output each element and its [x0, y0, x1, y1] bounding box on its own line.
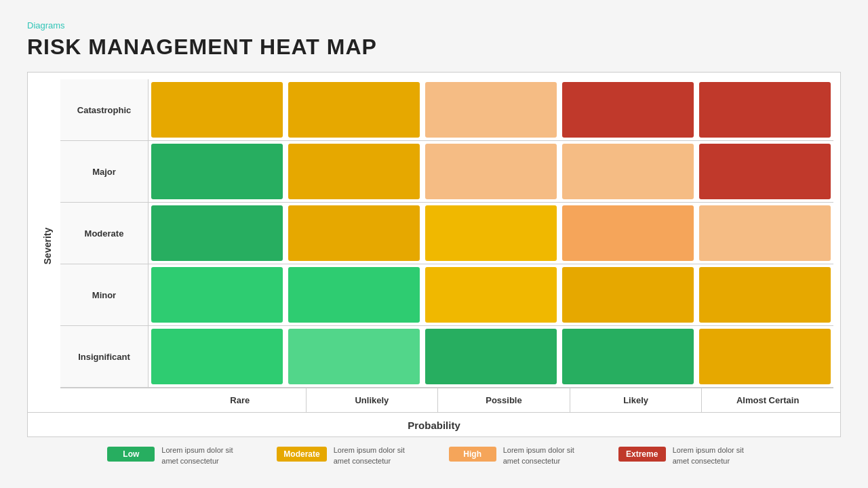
legend: LowLorem ipsum dolor sit amet consectetu… [27, 437, 841, 474]
heat-cell [562, 144, 694, 199]
severity-axis-label: Severity [35, 79, 60, 412]
row-cells [149, 79, 833, 140]
row-cells [149, 141, 833, 202]
heat-cell [288, 329, 420, 384]
heat-cell [699, 329, 831, 384]
grid-rows: CatastrophicMajorModerateMinorInsignific… [60, 79, 833, 388]
heat-cell [562, 205, 694, 261]
legend-badge: High [449, 447, 496, 462]
legend-description: Lorem ipsum dolor sit amet consectetur [161, 445, 250, 466]
legend-item: ModerateLorem ipsum dolor sit amet conse… [277, 445, 421, 466]
chart-container: Severity CatastrophicMajorModerateMinorI… [27, 72, 841, 437]
legend-item: ExtremeLorem ipsum dolor sit amet consec… [618, 445, 761, 466]
legend-badge: Extreme [618, 447, 666, 462]
row-label: Minor [60, 264, 149, 325]
col-headers: RareUnlikelyPossibleLikelyAlmost Certain [174, 388, 833, 412]
row-label: Major [60, 141, 149, 202]
col-header: Possible [438, 388, 570, 412]
heat-cell [151, 144, 283, 199]
row-cells [149, 203, 833, 264]
legend-description: Lorem ipsum dolor sit amet consectetur [503, 445, 591, 466]
heat-cell [425, 267, 557, 323]
heat-cell [151, 267, 283, 323]
heat-cell [425, 329, 557, 384]
grid-section: CatastrophicMajorModerateMinorInsignific… [60, 79, 833, 412]
col-header: Likely [570, 388, 703, 412]
heat-cell [151, 329, 283, 384]
legend-description: Lorem ipsum dolor sit amet consectetur [334, 445, 422, 466]
row-cells [149, 326, 833, 387]
legend-description: Lorem ipsum dolor sit amet consectetur [673, 445, 761, 466]
row-label: Catastrophic [60, 79, 149, 140]
grid-row: Minor [60, 264, 833, 326]
col-header: Rare [174, 388, 307, 412]
heat-cell [562, 329, 694, 384]
breadcrumb: Diagrams [27, 20, 841, 30]
row-label: Moderate [60, 203, 149, 264]
col-header: Almost Certain [702, 388, 833, 412]
matrix-area: Severity CatastrophicMajorModerateMinorI… [28, 73, 840, 412]
legend-badge: Low [107, 447, 155, 462]
col-header: Unlikely [307, 388, 439, 412]
grid-row: Catastrophic [60, 79, 833, 141]
col-headers-row: RareUnlikelyPossibleLikelyAlmost Certain [60, 388, 833, 412]
page-title: RISK MANAGEMENT HEAT MAP [27, 35, 841, 60]
legend-item: HighLorem ipsum dolor sit amet consectet… [449, 445, 591, 466]
heat-cell [699, 267, 831, 323]
heat-cell [699, 205, 831, 261]
row-label: Insignificant [60, 326, 149, 387]
row-cells [149, 264, 833, 325]
grid-row: Major [60, 141, 833, 203]
heat-cell [425, 144, 557, 199]
heat-cell [288, 205, 420, 261]
heat-cell [151, 82, 283, 138]
legend-badge: Moderate [277, 447, 326, 462]
heat-cell [425, 205, 557, 261]
heat-cell [562, 82, 694, 138]
grid-row: Insignificant [60, 326, 833, 388]
heat-cell [425, 82, 557, 138]
grid-row: Moderate [60, 203, 833, 264]
heat-cell [151, 205, 283, 261]
heat-cell [288, 267, 420, 323]
heat-cell [288, 144, 420, 199]
legend-item: LowLorem ipsum dolor sit amet consectetu… [107, 445, 250, 466]
heat-cell [699, 82, 831, 138]
probability-axis-label: Probability [28, 412, 840, 436]
heat-cell [699, 144, 831, 199]
heat-cell [562, 267, 694, 323]
heat-cell [288, 82, 420, 138]
